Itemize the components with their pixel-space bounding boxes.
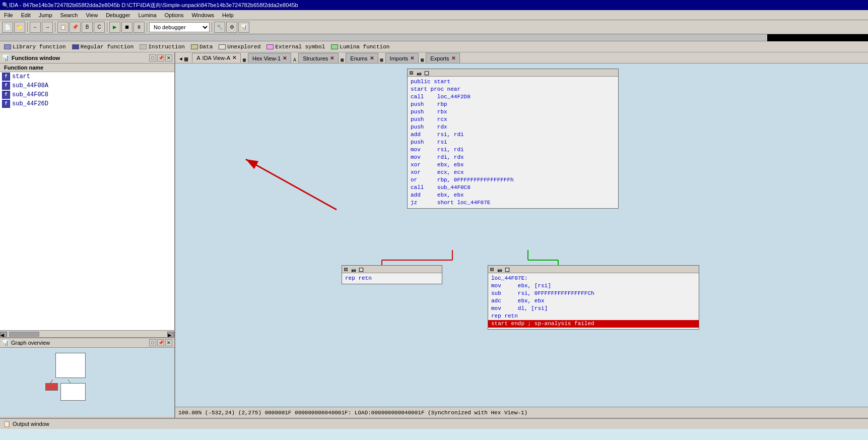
- tab-ida-close[interactable]: ✕: [232, 55, 236, 60]
- cb-loc-line6: rep retn: [491, 313, 518, 319]
- debugger-select[interactable]: No debugger: [149, 22, 210, 32]
- menu-windows[interactable]: Windows: [187, 11, 218, 19]
- functions-header: Function name: [0, 64, 174, 72]
- cb-retn-line: rep retn: [345, 275, 372, 281]
- menu-help[interactable]: Help: [218, 11, 238, 19]
- menu-search[interactable]: Search: [56, 11, 82, 19]
- minimap-svg: [0, 348, 174, 416]
- toolbar-copy[interactable]: 📋: [57, 22, 69, 33]
- func-name-start: start: [12, 73, 30, 80]
- graph-pin[interactable]: 📌: [157, 339, 164, 346]
- cb-line-8: add rsi, rdi: [411, 132, 464, 138]
- cb-loc-icon3[interactable]: 🔲: [505, 266, 511, 272]
- legend-data-color: [191, 44, 198, 49]
- cb-line-13: xor ecx, ecx: [411, 169, 464, 175]
- functions-list[interactable]: f start f sub_44F08A f sub_44F0C8 f sub_…: [0, 72, 174, 330]
- menu-debugger[interactable]: Debugger: [102, 11, 134, 19]
- menu-options[interactable]: Options: [161, 11, 188, 19]
- toolbar-new[interactable]: 📄: [2, 22, 13, 33]
- scroll-thumb[interactable]: [9, 332, 39, 337]
- tab-struct-wrapper: A: [291, 57, 298, 63]
- functions-header-text: Function name: [4, 65, 43, 71]
- status-bar: 100.00% (-532,24) (2,275) 0000001F 00000…: [175, 407, 868, 418]
- graph-restore[interactable]: □: [149, 339, 156, 346]
- output-icon: 📋: [3, 420, 11, 427]
- cb-main-icon3[interactable]: 🔲: [424, 70, 430, 76]
- toolbar-b2[interactable]: C: [94, 22, 105, 33]
- code-block-loc: 🖼 📷 🔲 loc_44F07E: mov ebx, [rsi] sub rsi…: [488, 265, 699, 330]
- toolbar-pause[interactable]: ⏸: [133, 22, 145, 33]
- graph-overview-content: [0, 348, 174, 416]
- menu-jump[interactable]: Jump: [35, 11, 56, 19]
- toolbar-open[interactable]: 📁: [14, 22, 25, 33]
- functions-scrollbar[interactable]: ◄ ►: [0, 330, 174, 337]
- tab-struct-close[interactable]: ✕: [330, 55, 334, 61]
- tab-enums[interactable]: Enums ✕: [346, 53, 378, 63]
- panel-pin[interactable]: 📌: [157, 54, 164, 61]
- panel-restore[interactable]: □: [149, 54, 156, 61]
- toolbar-sep1: [27, 22, 28, 32]
- legend-lumina-label: Lumina function: [340, 44, 389, 50]
- tab-hex-close[interactable]: ✕: [283, 55, 287, 61]
- tab-scroll-left[interactable]: ◄: [179, 56, 182, 62]
- func-item-sub44f26d[interactable]: f sub_44F26D: [0, 99, 174, 108]
- toolbar-sep2: [55, 22, 55, 32]
- tab-exports[interactable]: Exports ✕: [426, 53, 459, 63]
- func-item-start[interactable]: f start: [0, 72, 174, 81]
- cb-loc-line3: sub rsi, 0FFFFFFFFFFFFFFFCh: [491, 290, 594, 296]
- tab-export-close[interactable]: ✕: [451, 55, 455, 61]
- cb-main-icon2[interactable]: 📷: [417, 70, 423, 76]
- tab-ida-icon: A: [196, 55, 200, 61]
- functions-title-text: Functions window: [12, 55, 60, 61]
- func-item-sub44f08a[interactable]: f sub_44F08A: [0, 81, 174, 90]
- tab-hex-view[interactable]: Hex View-1 ✕: [248, 53, 291, 63]
- toolbar-forward[interactable]: →: [42, 22, 53, 33]
- legend-data: Data: [191, 44, 213, 50]
- panel-controls: □ 📌 ✕: [149, 54, 172, 61]
- toolbar-stop[interactable]: ⏹: [121, 22, 132, 33]
- func-icon-start: f: [2, 73, 10, 81]
- toolbar-run[interactable]: ▶: [109, 22, 120, 33]
- cb-loc-icon1[interactable]: 🖼: [490, 266, 496, 272]
- cb-retn-icon1[interactable]: 🖼: [344, 266, 350, 272]
- menu-file[interactable]: File: [0, 11, 17, 19]
- right-panel: ◄ ▦ A IDA View-A ✕ ▦ Hex View-1 ✕ A Stru…: [175, 52, 868, 418]
- toolbar-extra2[interactable]: ⚙: [226, 22, 237, 33]
- menu-lumina[interactable]: Lumina: [134, 11, 160, 19]
- cb-line-1: public start: [411, 79, 450, 85]
- cb-line-10: mov rsi, rdi: [411, 147, 464, 153]
- scroll-left[interactable]: ◄: [0, 332, 7, 337]
- tab-imports[interactable]: Imports ✕: [385, 53, 419, 63]
- tab-structures[interactable]: Structures ✕: [298, 53, 339, 63]
- cb-retn-icon3[interactable]: 🔲: [359, 266, 365, 272]
- toolbar-back[interactable]: ←: [30, 22, 41, 33]
- legend-unexplored: Unexplored: [219, 44, 260, 50]
- scroll-right[interactable]: ►: [167, 332, 174, 337]
- status-text: 100.00% (-532,24) (2,275) 0000001F 00000…: [178, 410, 527, 416]
- graph-overview: 📊 Graph overview □ 📌 ✕: [0, 337, 174, 418]
- toolbar-paste[interactable]: 📌: [70, 22, 81, 33]
- legend-instruction-label: Instruction: [148, 44, 185, 50]
- legend-data-label: Data: [199, 44, 213, 50]
- graph-close[interactable]: ✕: [165, 339, 172, 346]
- cb-retn-icon2[interactable]: 📷: [351, 266, 357, 272]
- tab-struct-label: Structures: [303, 55, 328, 61]
- func-item-sub44f0c8[interactable]: f sub_44F0C8: [0, 90, 174, 99]
- cb-loc-icon2[interactable]: 📷: [497, 266, 503, 272]
- view-icon: ▦: [184, 55, 188, 63]
- legend-library-color: [4, 44, 11, 49]
- menu-view[interactable]: View: [82, 11, 102, 19]
- toolbar-extra3[interactable]: 📊: [238, 22, 249, 33]
- tab-ida-view-a[interactable]: A IDA View-A ✕: [192, 53, 241, 63]
- tab-enum-close[interactable]: ✕: [370, 55, 374, 61]
- toolbar-b1[interactable]: B: [82, 22, 93, 33]
- nav-bar: [767, 34, 868, 41]
- graph-view[interactable]: 🖼 📷 🔲 public start start proc near call …: [175, 64, 868, 407]
- tab-import-close[interactable]: ✕: [410, 55, 414, 61]
- cb-main-icon1[interactable]: 🖼: [409, 70, 415, 76]
- menu-edit[interactable]: Edit: [17, 11, 35, 19]
- panel-close[interactable]: ✕: [165, 54, 172, 61]
- tab-enum-label: Enums: [350, 55, 367, 61]
- toolbar-extra1[interactable]: 🔧: [214, 22, 225, 33]
- tab-export-label: Exports: [430, 55, 449, 61]
